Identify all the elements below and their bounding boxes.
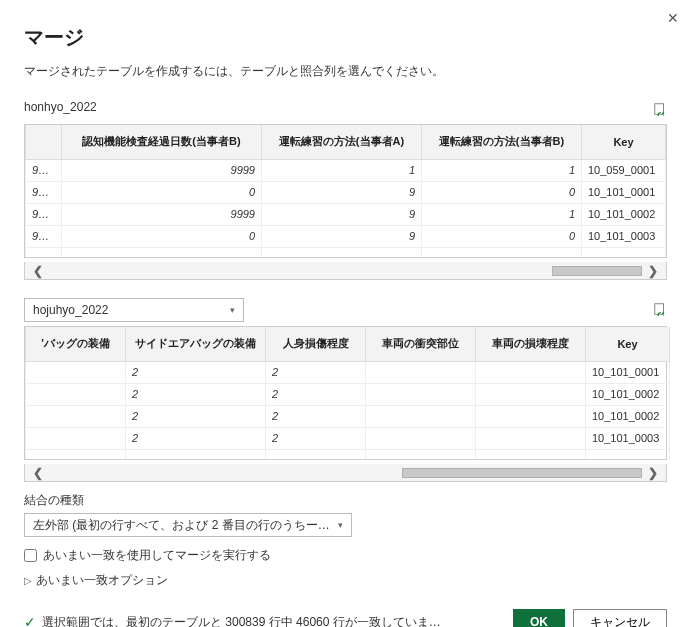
cell[interactable]: 9 — [262, 181, 422, 203]
primary-table-grid[interactable]: 認知機能検査経過日数(当事者B) 運転練習の方法(当事者A) 運転練習の方法(当… — [24, 124, 667, 258]
cell[interactable]: 10_101_0003 — [582, 225, 666, 247]
col-header[interactable]: サイドエアバッグの装備 — [126, 327, 266, 361]
close-button[interactable]: ✕ — [667, 10, 679, 26]
table-header-row[interactable]: 'バッグの装備 サイドエアバッグの装備 人身損傷程度 車両の衝突部位 車両の損壊… — [26, 327, 670, 361]
table-header-row[interactable]: 認知機能検査経過日数(当事者B) 運転練習の方法(当事者A) 運転練習の方法(当… — [26, 125, 666, 159]
cell[interactable]: 9999 — [26, 225, 62, 247]
cell[interactable] — [26, 427, 126, 449]
cell[interactable]: 2 — [126, 405, 266, 427]
dialog-title: マージ — [24, 24, 667, 51]
table-row[interactable]: 2 2 10_101_0002 — [26, 405, 670, 427]
chevron-down-icon: ▾ — [338, 520, 343, 530]
scroll-thumb[interactable] — [552, 266, 642, 276]
cell[interactable] — [476, 361, 586, 383]
refresh-icon[interactable] — [653, 302, 667, 319]
cell[interactable]: 1 — [422, 203, 582, 225]
cell[interactable]: 9999 — [62, 159, 262, 181]
join-kind-select[interactable]: 左外部 (最初の行すべて、および 2 番目の行のうちー… ▾ — [24, 513, 352, 537]
cell[interactable]: 2 — [266, 405, 366, 427]
cell[interactable] — [366, 383, 476, 405]
table-row[interactable]: 9999 0 9 0 10_101_0003 — [26, 225, 666, 247]
col-header[interactable]: 'バッグの装備 — [26, 327, 126, 361]
cell[interactable]: 2 — [126, 361, 266, 383]
scroll-left-icon[interactable]: ❮ — [29, 466, 47, 480]
fuzzy-match-label: あいまい一致を使用してマージを実行する — [43, 547, 271, 564]
secondary-table-select[interactable]: hojuhyo_2022 ▾ — [24, 298, 244, 322]
table-row[interactable]: 2 2 10_101_0001 — [26, 361, 670, 383]
col-header[interactable]: 運転練習の方法(当事者A) — [262, 125, 422, 159]
scroll-right-icon[interactable]: ❯ — [644, 466, 662, 480]
cell[interactable]: 10_101_0002 — [582, 203, 666, 225]
col-header[interactable] — [26, 125, 62, 159]
cell[interactable]: 10_059_0001 — [582, 159, 666, 181]
cell[interactable]: 10_101_0002 — [586, 383, 670, 405]
cell[interactable]: 0 — [422, 181, 582, 203]
scroll-right-icon[interactable]: ❯ — [644, 264, 662, 278]
cell[interactable]: 10_101_0003 — [586, 427, 670, 449]
cell[interactable]: 10_101_0001 — [586, 361, 670, 383]
ok-button[interactable]: OK — [513, 609, 565, 627]
refresh-icon[interactable] — [653, 102, 667, 119]
secondary-table-grid[interactable]: 'バッグの装備 サイドエアバッグの装備 人身損傷程度 車両の衝突部位 車両の損壊… — [24, 326, 667, 460]
cell[interactable]: 10_101_0002 — [586, 405, 670, 427]
table-row[interactable]: 9999 9999 9 1 10_101_0002 — [26, 203, 666, 225]
cell[interactable]: 1 — [422, 159, 582, 181]
table-row[interactable]: 9999 0 9 0 10_101_0001 — [26, 181, 666, 203]
cell[interactable]: 9999 — [62, 203, 262, 225]
col-header[interactable]: 車両の損壊程度 — [476, 327, 586, 361]
col-header[interactable]: 人身損傷程度 — [266, 327, 366, 361]
scroll-track[interactable] — [49, 266, 642, 276]
cell[interactable]: 2 — [126, 427, 266, 449]
cell[interactable] — [366, 405, 476, 427]
cell[interactable]: 9999 — [26, 203, 62, 225]
cell[interactable] — [26, 361, 126, 383]
match-status-text: 選択範囲では、最初のテーブルと 300839 行中 46060 行が一致していま… — [42, 614, 441, 628]
primary-table-label: honhyo_2022 — [24, 100, 97, 114]
scroll-thumb[interactable] — [402, 468, 642, 478]
fuzzy-match-checkbox[interactable] — [24, 549, 37, 562]
col-header[interactable]: 認知機能検査経過日数(当事者B) — [62, 125, 262, 159]
cell[interactable]: 1 — [262, 159, 422, 181]
expander-triangle-icon: ▷ — [24, 575, 32, 586]
table-row — [26, 449, 670, 459]
cell[interactable] — [366, 361, 476, 383]
fuzzy-options-expander[interactable]: ▷ あいまい一致オプション — [24, 572, 667, 589]
secondary-table-value: hojuhyo_2022 — [33, 303, 108, 317]
cell[interactable]: 10_101_0001 — [582, 181, 666, 203]
cell[interactable]: 9 — [262, 225, 422, 247]
horizontal-scrollbar[interactable]: ❮ ❯ — [24, 262, 667, 280]
cell[interactable]: 0 — [62, 225, 262, 247]
scroll-track[interactable] — [49, 468, 642, 478]
checkmark-icon: ✓ — [24, 614, 36, 627]
col-header[interactable]: Key — [582, 125, 666, 159]
cell[interactable]: 9 — [262, 203, 422, 225]
table-row[interactable]: 9999 9999 1 1 10_059_0001 — [26, 159, 666, 181]
table-row[interactable]: 2 2 10_101_0002 — [26, 383, 670, 405]
col-header[interactable]: Key — [586, 327, 670, 361]
cell[interactable]: 9999 — [26, 181, 62, 203]
cell[interactable]: 2 — [266, 427, 366, 449]
horizontal-scrollbar[interactable]: ❮ ❯ — [24, 464, 667, 482]
match-status: ✓ 選択範囲では、最初のテーブルと 300839 行中 46060 行が一致して… — [24, 614, 441, 628]
cell[interactable] — [476, 427, 586, 449]
join-kind-label: 結合の種類 — [24, 492, 667, 509]
cell[interactable]: 2 — [266, 361, 366, 383]
cell[interactable] — [476, 383, 586, 405]
cell[interactable]: 2 — [126, 383, 266, 405]
col-header[interactable]: 運転練習の方法(当事者B) — [422, 125, 582, 159]
cell[interactable]: 0 — [422, 225, 582, 247]
join-kind-value: 左外部 (最初の行すべて、および 2 番目の行のうちー… — [33, 517, 330, 534]
cancel-button[interactable]: キャンセル — [573, 609, 667, 627]
merge-dialog: ✕ マージ マージされたテーブルを作成するには、テーブルと照合列を選んでください… — [0, 0, 691, 627]
dialog-subtitle: マージされたテーブルを作成するには、テーブルと照合列を選んでください。 — [24, 63, 667, 80]
cell[interactable]: 2 — [266, 383, 366, 405]
scroll-left-icon[interactable]: ❮ — [29, 264, 47, 278]
table-row[interactable]: 2 2 10_101_0003 — [26, 427, 670, 449]
cell[interactable]: 9999 — [26, 159, 62, 181]
cell[interactable] — [26, 383, 126, 405]
cell[interactable] — [366, 427, 476, 449]
col-header[interactable]: 車両の衝突部位 — [366, 327, 476, 361]
cell[interactable] — [476, 405, 586, 427]
cell[interactable] — [26, 405, 126, 427]
cell[interactable]: 0 — [62, 181, 262, 203]
